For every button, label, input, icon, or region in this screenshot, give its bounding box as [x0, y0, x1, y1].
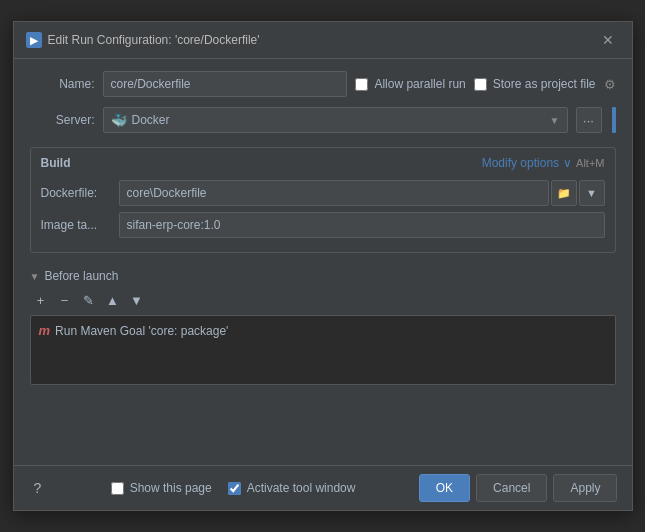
edit-button[interactable]: ✎ — [78, 289, 100, 311]
cancel-button[interactable]: Cancel — [476, 474, 547, 502]
activate-tool-checkbox[interactable] — [228, 482, 241, 495]
dockerfile-label: Dockerfile: — [41, 186, 111, 200]
docker-icon: 🐳 — [111, 113, 127, 128]
dockerfile-row: Dockerfile: 📁 ▼ — [41, 180, 605, 206]
show-page-checkbox[interactable] — [111, 482, 124, 495]
server-value: Docker — [132, 113, 170, 127]
server-dropdown-arrow: ▼ — [550, 115, 560, 126]
name-input[interactable] — [103, 71, 348, 97]
title-bar: ▶ Edit Run Configuration: 'core/Dockerfi… — [14, 22, 632, 59]
before-launch-title: Before launch — [44, 269, 118, 283]
activate-tool-row: Activate tool window — [228, 481, 356, 495]
modify-options-button[interactable]: Modify options ∨ Alt+M — [482, 156, 605, 170]
server-dropdown[interactable]: 🐳 Docker ▼ — [103, 107, 568, 133]
modify-options-arrow: ∨ — [563, 156, 572, 170]
store-project-label: Store as project file — [493, 77, 596, 91]
maven-icon: m — [39, 323, 51, 338]
before-launch-section: ▼ Before launch + − ✎ ▲ ▼ m Run Maven Go… — [30, 269, 616, 385]
image-tag-input[interactable] — [119, 212, 605, 238]
server-side-bar — [612, 107, 616, 133]
title-bar-left: ▶ Edit Run Configuration: 'core/Dockerfi… — [26, 32, 260, 48]
add-button[interactable]: + — [30, 289, 52, 311]
name-row: Name: Allow parallel run Store as projec… — [30, 71, 616, 97]
close-button[interactable]: ✕ — [596, 30, 620, 50]
dockerfile-browse-button[interactable]: 📁 — [551, 180, 577, 206]
build-header: Build Modify options ∨ Alt+M — [41, 156, 605, 170]
image-tag-label: Image ta... — [41, 218, 111, 232]
gear-icon: ⚙ — [604, 77, 616, 92]
dialog-footer: ? Show this page Activate tool window OK… — [14, 465, 632, 510]
dialog-icon: ▶ — [26, 32, 42, 48]
launch-item-text: Run Maven Goal 'core: package' — [55, 324, 228, 338]
before-launch-header[interactable]: ▼ Before launch — [30, 269, 616, 283]
dockerfile-input-row: 📁 ▼ — [119, 180, 605, 206]
activate-tool-label: Activate tool window — [247, 481, 356, 495]
dockerfile-input[interactable] — [119, 180, 549, 206]
dialog-title: Edit Run Configuration: 'core/Dockerfile… — [48, 33, 260, 47]
move-down-button[interactable]: ▼ — [126, 289, 148, 311]
name-label: Name: — [30, 77, 95, 91]
show-page-row: Show this page — [111, 481, 212, 495]
before-launch-triangle: ▼ — [30, 271, 40, 282]
launch-list: m Run Maven Goal 'core: package' — [30, 315, 616, 385]
modify-options-label: Modify options — [482, 156, 559, 170]
modify-options-shortcut: Alt+M — [576, 157, 604, 169]
allow-parallel-row: Allow parallel run — [355, 77, 465, 91]
apply-button[interactable]: Apply — [553, 474, 617, 502]
ok-button[interactable]: OK — [419, 474, 470, 502]
before-launch-toolbar: + − ✎ ▲ ▼ — [30, 289, 616, 311]
server-more-button[interactable]: ··· — [576, 107, 602, 133]
remove-button[interactable]: − — [54, 289, 76, 311]
build-section: Build Modify options ∨ Alt+M Dockerfile:… — [30, 147, 616, 253]
server-label: Server: — [30, 113, 95, 127]
image-tag-row: Image ta... — [41, 212, 605, 238]
dialog-content: Name: Allow parallel run Store as projec… — [14, 59, 632, 465]
store-project-checkbox[interactable] — [474, 78, 487, 91]
footer-left: Show this page Activate tool window — [111, 481, 356, 495]
allow-parallel-label: Allow parallel run — [374, 77, 465, 91]
server-row: Server: 🐳 Docker ▼ ··· — [30, 107, 616, 133]
build-title: Build — [41, 156, 71, 170]
list-item[interactable]: m Run Maven Goal 'core: package' — [35, 320, 611, 341]
server-inner: 🐳 Docker — [111, 113, 170, 128]
dockerfile-dropdown-button[interactable]: ▼ — [579, 180, 605, 206]
show-page-label: Show this page — [130, 481, 212, 495]
edit-run-config-dialog: ▶ Edit Run Configuration: 'core/Dockerfi… — [13, 21, 633, 511]
allow-parallel-checkbox[interactable] — [355, 78, 368, 91]
help-button[interactable]: ? — [28, 478, 48, 498]
footer-right: OK Cancel Apply — [419, 474, 618, 502]
move-up-button[interactable]: ▲ — [102, 289, 124, 311]
store-project-row: Store as project file — [474, 77, 596, 91]
